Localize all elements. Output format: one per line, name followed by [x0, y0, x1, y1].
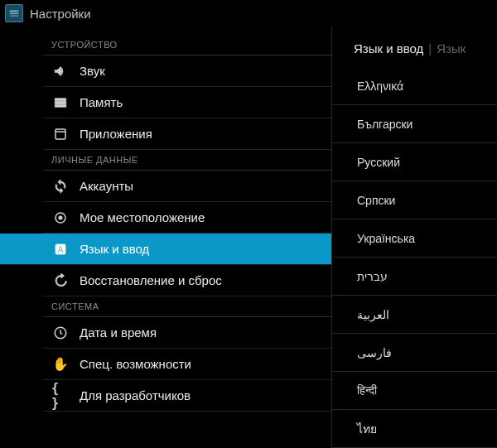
language-icon: A: [51, 240, 70, 258]
sidebar-item-label: Память: [80, 95, 123, 109]
sidebar-item-location[interactable]: Мое местоположение: [43, 202, 331, 234]
accessibility-icon: ✋: [51, 355, 70, 373]
language-label: Български: [357, 118, 413, 131]
language-label: हिन्दी: [357, 383, 377, 397]
language-option[interactable]: עברית: [332, 258, 497, 296]
svg-text:A: A: [57, 243, 64, 253]
sidebar-item-accounts[interactable]: Аккаунты: [43, 171, 331, 202]
language-label: فارسی: [357, 346, 392, 359]
sidebar-item-label: Мое местоположение: [80, 210, 205, 224]
language-label: Српски: [357, 194, 395, 207]
sidebar-item-developer[interactable]: { } Для разработчиков: [43, 380, 331, 412]
breadcrumb-current: Язык и ввод: [354, 41, 423, 55]
apps-icon: [51, 125, 70, 143]
section-header-device: УСТРОЙСТВО: [43, 35, 331, 55]
language-label: Українська: [357, 232, 415, 245]
section-header-personal: ЛИЧНЫЕ ДАННЫЕ: [43, 150, 331, 171]
language-label: Ελληνικά: [357, 79, 403, 93]
sidebar-item-backup[interactable]: Восстановление и сброс: [43, 265, 331, 296]
sidebar-item-label: Язык и ввод: [80, 242, 149, 256]
sync-icon: [51, 177, 70, 195]
settings-app-icon: [5, 4, 23, 22]
language-label: العربية: [357, 308, 389, 321]
language-list: ΕλληνικάБългарскиРусскийСрпскиУкраїнська…: [332, 67, 497, 448]
backup-reset-icon: [51, 272, 70, 290]
language-option[interactable]: Српски: [332, 181, 497, 219]
sidebar-item-sound[interactable]: Звук: [43, 55, 331, 87]
language-label: עברית: [357, 270, 388, 283]
sound-icon: [51, 62, 70, 80]
developer-icon: { }: [51, 387, 70, 405]
sidebar-item-label: Звук: [80, 64, 105, 78]
sidebar-item-language[interactable]: A Язык и ввод: [0, 234, 331, 265]
sidebar-item-label: Аккаунты: [80, 179, 133, 193]
language-option[interactable]: ไทย: [332, 410, 497, 448]
language-option[interactable]: हिन्दी: [332, 372, 497, 410]
svg-point-5: [59, 215, 63, 219]
sidebar-item-accessibility[interactable]: ✋ Спец. возможности: [43, 349, 331, 380]
svg-rect-0: [10, 11, 19, 12]
svg-rect-1: [10, 12, 19, 14]
language-option[interactable]: Български: [332, 105, 497, 143]
language-option[interactable]: فارسی: [332, 334, 497, 372]
breadcrumb-sub: Язык: [437, 41, 466, 55]
sidebar-item-label: Приложения: [80, 127, 152, 141]
language-option[interactable]: Русский: [332, 143, 497, 181]
clock-icon: [51, 324, 70, 342]
section-header-system: СИСТЕМА: [43, 296, 331, 317]
svg-rect-2: [10, 15, 19, 17]
sidebar-item-label: Дата и время: [80, 325, 157, 340]
sidebar-item-label: Спец. возможности: [80, 357, 191, 371]
breadcrumb: Язык и ввод | Язык: [332, 26, 497, 67]
language-label: Русский: [357, 156, 400, 169]
sidebar-item-storage[interactable]: Память: [43, 87, 331, 118]
sidebar-item-label: Восстановление и сброс: [80, 273, 222, 287]
breadcrumb-separator: |: [428, 41, 432, 55]
language-option[interactable]: Ελληνικά: [332, 67, 497, 105]
app-title: Настройки: [30, 7, 91, 21]
storage-icon: [51, 94, 70, 112]
sidebar-item-label: Для разработчиков: [80, 388, 191, 402]
sidebar-item-apps[interactable]: Приложения: [43, 118, 331, 150]
language-option[interactable]: العربية: [332, 296, 497, 334]
svg-rect-3: [55, 129, 65, 139]
sidebar-item-datetime[interactable]: Дата и время: [43, 317, 331, 349]
location-icon: [51, 209, 70, 227]
language-label: ไทย: [357, 420, 377, 438]
language-option[interactable]: Українська: [332, 219, 497, 258]
